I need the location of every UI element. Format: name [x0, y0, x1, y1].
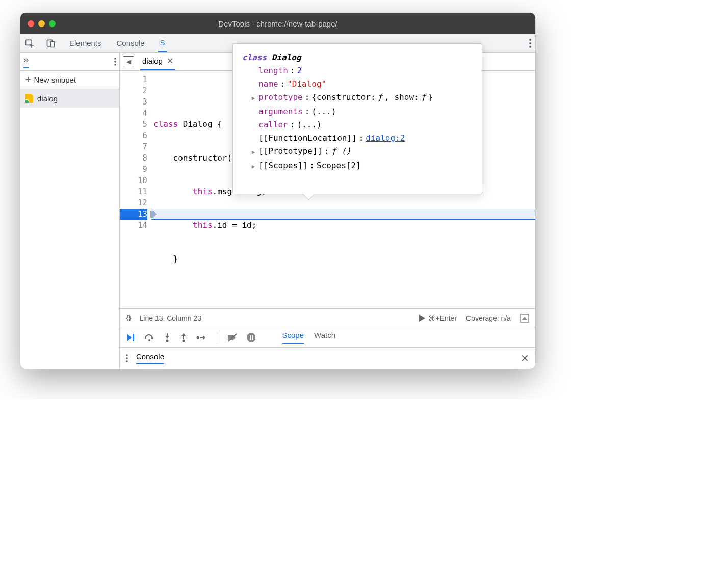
resume-icon[interactable] — [126, 333, 135, 342]
tab-watch[interactable]: Watch — [314, 331, 335, 344]
navigate-back-icon[interactable]: ◀ — [123, 56, 134, 67]
tab-console[interactable]: Console — [115, 34, 147, 52]
run-snippet-button[interactable]: ⌘+Enter — [419, 314, 457, 322]
svg-rect-0 — [26, 40, 32, 45]
editor-tab-dialog[interactable]: dialog ✕ — [140, 53, 175, 70]
more-tabs-icon[interactable] — [529, 39, 531, 48]
drawer-more-icon[interactable] — [126, 354, 128, 362]
cursor-position: Line 13, Column 23 — [140, 314, 201, 322]
editor-tab-label: dialog — [142, 57, 163, 65]
object-preview-popover: class Dialog length: 2 name: "Dialog" ▶p… — [232, 43, 482, 194]
sidebar-file-label: dialog — [37, 94, 58, 103]
svg-point-7 — [114, 61, 116, 63]
step-out-icon[interactable] — [180, 333, 187, 342]
drawer-tab-console[interactable]: Console — [136, 352, 164, 364]
inspect-icon[interactable] — [24, 38, 35, 48]
device-toggle-icon[interactable] — [46, 38, 56, 48]
svg-point-11 — [148, 339, 150, 341]
pretty-print-icon[interactable]: { } — [126, 314, 131, 322]
snippet-file-icon — [25, 94, 33, 103]
coverage-label: Coverage: n/a — [466, 314, 511, 322]
navigator-expand-icon[interactable]: » — [23, 55, 29, 68]
debugger-toolbar: Scope Watch — [120, 327, 535, 347]
svg-rect-2 — [50, 41, 55, 47]
svg-point-19 — [126, 360, 128, 362]
pause-exceptions-icon[interactable] — [247, 333, 256, 342]
expand-scopes[interactable]: ▶[[Scopes]]: Scopes[2] — [250, 159, 473, 173]
step-into-icon[interactable] — [164, 333, 171, 342]
function-location-link[interactable]: dialog:2 — [366, 132, 405, 145]
close-tab-icon[interactable]: ✕ — [167, 56, 173, 66]
run-shortcut: ⌘+Enter — [428, 314, 457, 322]
sidebar-item-dialog[interactable]: dialog — [20, 89, 119, 108]
coverage-toggle-icon[interactable] — [520, 314, 529, 323]
tab-scope[interactable]: Scope — [282, 331, 304, 344]
window-title: DevTools - chrome://new-tab-page/ — [20, 19, 535, 28]
svg-point-6 — [114, 58, 116, 60]
sidebar: » + New snippet dialog — [20, 53, 120, 369]
line-gutter: 1234 5678 9101112 1314 — [120, 71, 151, 308]
svg-point-14 — [197, 336, 199, 339]
tab-elements[interactable]: Elements — [67, 34, 103, 52]
expand-prototype[interactable]: ▶prototype: {constructor: ƒ, show: ƒ} — [250, 91, 473, 105]
svg-point-18 — [126, 357, 128, 359]
svg-point-5 — [529, 46, 531, 48]
svg-point-4 — [529, 42, 531, 44]
svg-rect-16 — [252, 335, 253, 340]
svg-point-13 — [183, 339, 185, 342]
svg-rect-15 — [250, 335, 251, 340]
expand-proto-internal[interactable]: ▶[[Prototype]]: ƒ () — [250, 145, 473, 159]
new-snippet-label: New snippet — [34, 75, 76, 84]
devtools-window: DevTools - chrome://new-tab-page/ Elemen… — [20, 13, 535, 369]
svg-point-8 — [114, 64, 116, 66]
editor-statusbar: { } Line 13, Column 23 ⌘+Enter Coverage:… — [120, 308, 535, 327]
tab-sources[interactable]: S — [158, 34, 167, 52]
svg-point-12 — [166, 339, 169, 342]
new-snippet-button[interactable]: + New snippet — [20, 71, 119, 89]
navigator-more-icon[interactable] — [114, 58, 116, 66]
console-drawer: Console ✕ — [120, 347, 535, 369]
svg-point-17 — [126, 354, 128, 356]
titlebar: DevTools - chrome://new-tab-page/ — [20, 13, 535, 34]
drawer-close-icon[interactable]: ✕ — [521, 352, 529, 365]
step-icon[interactable] — [196, 334, 206, 341]
plus-icon: + — [25, 74, 31, 85]
deactivate-breakpoints-icon[interactable] — [227, 333, 238, 342]
svg-point-3 — [529, 39, 531, 41]
step-over-icon[interactable] — [144, 333, 154, 342]
svg-rect-10 — [133, 334, 134, 341]
